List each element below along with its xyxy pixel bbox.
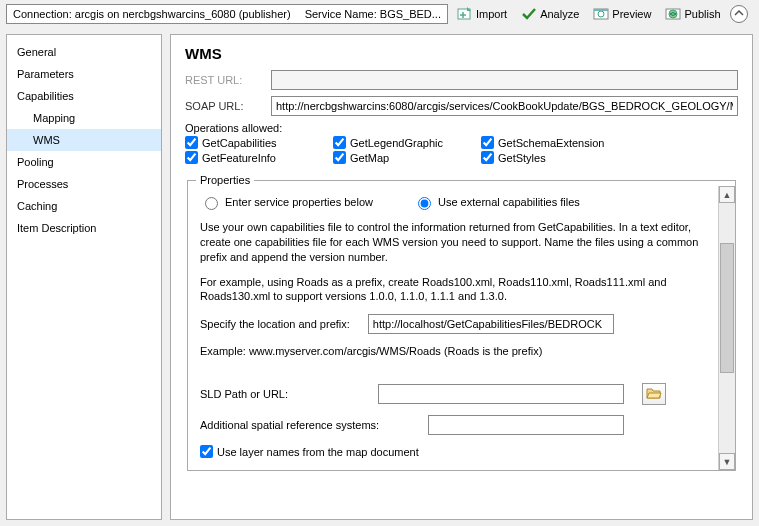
svg-rect-3 <box>594 9 608 11</box>
connection-info-box: Connection: arcgis on nercbgshwarcins_60… <box>6 4 448 24</box>
location-prefix-label: Specify the location and prefix: <box>200 318 350 330</box>
rest-url-label: REST URL: <box>185 74 261 86</box>
sidebar-item-mapping[interactable]: Mapping <box>7 107 161 129</box>
capabilities-description-1: Use your own capabilities file to contro… <box>200 220 706 265</box>
sidebar-item-capabilities[interactable]: Capabilities <box>7 85 161 107</box>
preview-icon <box>593 6 609 22</box>
op-getstyles-checkbox[interactable]: GetStyles <box>481 151 641 164</box>
properties-legend: Properties <box>196 174 254 186</box>
additional-srs-input[interactable] <box>428 415 624 435</box>
soap-url-input[interactable] <box>271 96 738 116</box>
publish-button[interactable]: Publish <box>660 4 725 24</box>
sidebar-item-processes[interactable]: Processes <box>7 173 161 195</box>
sld-path-label: SLD Path or URL: <box>200 388 360 400</box>
op-getfeatureinfo-checkbox[interactable]: GetFeatureInfo <box>185 151 325 164</box>
publish-icon <box>665 6 681 22</box>
folder-open-icon <box>646 386 662 402</box>
sidebar-item-general[interactable]: General <box>7 41 161 63</box>
import-icon <box>457 6 473 22</box>
analyze-button[interactable]: Analyze <box>516 4 584 24</box>
capabilities-description-2: For example, using Roads as a prefix, cr… <box>200 275 706 305</box>
connection-text: Connection: arcgis on nercbgshwarcins_60… <box>13 8 291 20</box>
chevron-up-icon <box>734 8 744 20</box>
rest-url-input <box>271 70 738 90</box>
radio-external-capabilities[interactable]: Use external capabilities files <box>413 194 580 210</box>
op-getlegendgraphic-checkbox[interactable]: GetLegendGraphic <box>333 136 473 149</box>
scroll-down-arrow[interactable]: ▼ <box>719 453 735 470</box>
example-text: Example: www.myserver.com/arcgis/WMS/Roa… <box>200 344 706 359</box>
category-sidebar: General Parameters Capabilities Mapping … <box>6 34 162 520</box>
sidebar-item-pooling[interactable]: Pooling <box>7 151 161 173</box>
op-getschemaextension-checkbox[interactable]: GetSchemaExtension <box>481 136 641 149</box>
scroll-thumb[interactable] <box>720 243 734 373</box>
sidebar-item-item-description[interactable]: Item Description <box>7 217 161 239</box>
service-name-text: Service Name: BGS_BED... <box>305 8 441 20</box>
sidebar-item-caching[interactable]: Caching <box>7 195 161 217</box>
sld-path-input[interactable] <box>378 384 624 404</box>
import-button[interactable]: Import <box>452 4 512 24</box>
operations-allowed-label: Operations allowed: <box>185 122 738 134</box>
sidebar-item-wms[interactable]: WMS <box>7 129 161 151</box>
radio-enter-properties[interactable]: Enter service properties below <box>200 194 373 210</box>
check-icon <box>521 6 537 22</box>
additional-srs-label: Additional spatial reference systems: <box>200 419 410 431</box>
properties-fieldset: Properties Enter service properties belo… <box>187 174 736 471</box>
sidebar-item-parameters[interactable]: Parameters <box>7 63 161 85</box>
content-panel: WMS REST URL: SOAP URL: Operations allow… <box>170 34 753 520</box>
collapse-toggle-button[interactable] <box>730 5 748 23</box>
sld-browse-button[interactable] <box>642 383 666 405</box>
top-toolbar: Connection: arcgis on nercbgshwarcins_60… <box>0 0 759 28</box>
op-getmap-checkbox[interactable]: GetMap <box>333 151 473 164</box>
op-getcapabilities-checkbox[interactable]: GetCapabilities <box>185 136 325 149</box>
preview-button[interactable]: Preview <box>588 4 656 24</box>
location-prefix-input[interactable] <box>368 314 614 334</box>
scroll-up-arrow[interactable]: ▲ <box>719 186 735 203</box>
soap-url-label: SOAP URL: <box>185 100 261 112</box>
use-layer-names-checkbox[interactable]: Use layer names from the map document <box>200 445 706 458</box>
properties-scrollbar[interactable]: ▲ ▼ <box>718 186 735 470</box>
page-title: WMS <box>185 45 738 62</box>
